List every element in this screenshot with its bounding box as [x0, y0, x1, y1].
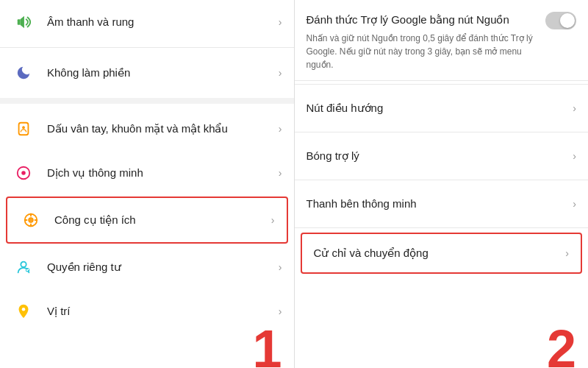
tools-icon: [19, 208, 43, 232]
number-badge-2: 2: [547, 322, 576, 368]
dnd-icon: [12, 61, 35, 85]
menu-item-location[interactable]: Vị trí›: [0, 289, 294, 333]
fingerprint-label: Dấu vân tay, khuôn mặt và mật khẩu: [47, 121, 279, 136]
assistant-ball-label: Bóng trợ lý: [306, 149, 573, 163]
smart-label: Dịch vụ thông minh: [47, 166, 279, 180]
chevron-icon: ›: [279, 67, 282, 79]
sound-label: Âm thanh và rung: [47, 15, 279, 29]
right-separator: [295, 132, 589, 132]
right-menu-item-smart-sidebar[interactable]: Thanh bên thông minh›: [295, 183, 589, 224]
svg-rect-0: [18, 19, 21, 24]
menu-item-privacy[interactable]: Quyền riêng tư›: [0, 245, 294, 289]
right-separator: [295, 180, 589, 180]
smart-icon: [12, 161, 35, 185]
tools-label: Công cụ tiện ích: [54, 213, 271, 227]
chevron-icon: ›: [279, 123, 282, 135]
google-assistant-title: Đánh thức Trợ lý Google bằng nút Nguồn: [306, 12, 537, 27]
google-assistant-description: Nhấn và giữ nút Nguồn trong 0,5 giây để …: [306, 32, 537, 71]
svg-point-2: [22, 126, 25, 129]
chevron-icon: ›: [573, 198, 576, 210]
right-separator: [295, 84, 589, 85]
nav-button-label: Nút điều hướng: [306, 101, 573, 116]
fingerprint-icon: [12, 117, 35, 141]
svg-point-4: [21, 171, 26, 175]
chevron-icon: ›: [573, 102, 576, 114]
chevron-icon: ›: [279, 16, 282, 28]
chevron-icon: ›: [279, 167, 282, 179]
chevron-icon: ›: [573, 150, 576, 162]
google-assistant-toggle[interactable]: [545, 12, 576, 29]
right-separator: [295, 227, 589, 228]
privacy-icon: [12, 255, 35, 279]
google-assistant-section: Đánh thức Trợ lý Google bằng nút NguồnNh…: [295, 0, 589, 81]
menu-item-dnd[interactable]: Không làm phiền›: [0, 51, 294, 95]
chevron-icon: ›: [279, 261, 282, 273]
right-menu-item-nav-button[interactable]: Nút điều hướng›: [295, 88, 589, 129]
privacy-label: Quyền riêng tư: [47, 260, 279, 275]
svg-point-9: [22, 308, 26, 311]
separator-thick: [0, 98, 294, 104]
chevron-icon: ›: [271, 214, 275, 226]
sound-icon: [12, 10, 35, 34]
dnd-label: Không làm phiền: [47, 66, 279, 80]
right-menu-item-gesture[interactable]: Cử chỉ và chuyển động›: [301, 233, 583, 274]
menu-item-fingerprint[interactable]: Dấu vân tay, khuôn mặt và mật khẩu›: [0, 107, 294, 151]
left-panel: Âm thanh và rung›Không làm phiền›Dấu vân…: [0, 0, 294, 368]
separator: [0, 47, 294, 48]
smart-sidebar-label: Thanh bên thông minh: [306, 197, 573, 211]
location-icon: [12, 300, 35, 323]
google-assistant-header: Đánh thức Trợ lý Google bằng nút NguồnNh…: [306, 12, 577, 71]
gesture-label: Cử chỉ và chuyển động: [314, 246, 566, 261]
right-panel: Đánh thức Trợ lý Google bằng nút NguồnNh…: [295, 0, 589, 368]
chevron-icon: ›: [279, 305, 282, 317]
right-menu-item-assistant-ball[interactable]: Bóng trợ lý›: [295, 135, 589, 177]
menu-item-sound[interactable]: Âm thanh và rung›: [0, 0, 294, 44]
chevron-icon: ›: [565, 247, 569, 259]
svg-point-7: [21, 262, 26, 267]
menu-item-tools[interactable]: Công cụ tiện ích›: [6, 197, 288, 244]
location-label: Vị trí: [47, 304, 279, 319]
menu-item-smart[interactable]: Dịch vụ thông minh›: [0, 151, 294, 195]
